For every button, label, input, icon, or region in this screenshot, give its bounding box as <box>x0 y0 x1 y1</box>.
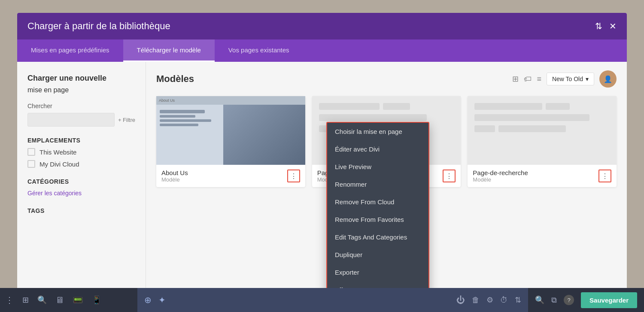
card1-line4 <box>160 124 198 126</box>
card1-top-bar: About Us <box>156 96 305 105</box>
tag-icon[interactable]: 🏷 <box>524 75 532 84</box>
template-menu-btn-0[interactable]: ⋮ <box>287 170 300 182</box>
toolbar-sort-icon[interactable]: ⇅ <box>515 295 521 305</box>
template-name-2: Page-de-recherche <box>473 169 528 176</box>
ctx-export[interactable]: Exporter <box>327 264 428 281</box>
tab-predefined[interactable]: Mises en pages prédéfinies <box>17 39 123 62</box>
toolbar-layers-icon[interactable]: ⧉ <box>551 296 557 305</box>
modal-title: Charger à partir de la bibliothèque <box>27 21 170 32</box>
template-info-0: About Us Modèle ⋮ <box>156 165 305 187</box>
template-info-2: Page-de-recherche Modèle ⋮ <box>468 165 617 187</box>
skel-row-1a <box>319 103 454 110</box>
toolbar-trash-icon[interactable]: 🗑 <box>472 296 480 305</box>
template-menu-btn-1[interactable]: ⋮ <box>443 170 456 182</box>
template-preview-2 <box>468 96 617 165</box>
ctx-edit-divi[interactable]: Éditer avec Divi <box>327 140 428 158</box>
emplacements-header: Emplacements <box>27 137 135 144</box>
grid-view-icon[interactable]: ⊞ <box>512 74 519 84</box>
toolbar-history-icon[interactable]: ⏱ <box>500 296 508 305</box>
template-menu-btn-2[interactable]: ⋮ <box>598 170 611 182</box>
ctx-remove-cloud[interactable]: Remove From Cloud <box>327 193 428 211</box>
template-preview-0: About Us <box>156 96 305 165</box>
context-menu: Choisir la mise en page Éditer avec Divi… <box>326 122 429 300</box>
tags-header: Tags <box>27 207 135 214</box>
toolbar-dots-icon[interactable]: ⋮ <box>5 295 14 305</box>
location-this-website[interactable]: This Website <box>27 148 135 156</box>
toolbar-search-icon[interactable]: 🔍 <box>37 295 47 305</box>
sidebar-subtitle: mise en page <box>27 86 135 94</box>
settings-icon[interactable]: ⇅ <box>595 21 602 31</box>
toolbar-tablet-icon[interactable]: 📟 <box>73 295 83 305</box>
skel-row-2a <box>474 103 610 110</box>
close-icon[interactable]: ✕ <box>609 21 617 31</box>
skel-2 <box>383 103 410 110</box>
ctx-choose-layout[interactable]: Choisir la mise en page <box>327 123 428 140</box>
toolbar-power-icon[interactable]: ⏻ <box>456 295 465 305</box>
card1-line3 <box>160 119 211 122</box>
template-name-0: About Us <box>161 169 188 176</box>
template-card-0[interactable]: About Us About Us Modèle <box>156 96 305 187</box>
card1-line1 <box>160 110 205 113</box>
search-row: + Filtre <box>27 113 135 127</box>
skel-7 <box>546 103 570 110</box>
content-title: Modèles <box>156 73 194 85</box>
main-content: Modèles ⊞ 🏷 ≡ New To Old ▾ 👤 <box>146 62 627 312</box>
toolbar-gear-icon[interactable]: ⚙ <box>486 295 493 305</box>
manage-categories-link[interactable]: Gérer les catégories <box>27 190 82 197</box>
skel-9 <box>474 125 495 132</box>
tab-upload[interactable]: Télécharger le modèle <box>123 39 215 62</box>
list-view-icon[interactable]: ≡ <box>537 75 541 84</box>
card1-line2 <box>160 115 195 118</box>
location-divi-cloud[interactable]: My Divi Cloud <box>27 160 135 168</box>
modal-header-icons: ⇅ ✕ <box>595 21 617 31</box>
template-details-0: About Us Modèle <box>161 169 188 183</box>
about-us-label: About Us <box>159 98 175 103</box>
ctx-remove-favorites[interactable]: Remove From Favorites <box>327 211 428 228</box>
filter-button[interactable]: + Filtre <box>118 117 135 123</box>
toolbar-drag-icon[interactable]: ⊕ <box>144 295 152 305</box>
toolbar-grid-icon[interactable]: ⊞ <box>22 295 29 305</box>
location-label-this-website: This Website <box>39 148 76 156</box>
template-details-2: Page-de-recherche Modèle <box>473 169 528 183</box>
toolbar-search2-icon[interactable]: 🔍 <box>535 295 544 305</box>
content-controls: ⊞ 🏷 ≡ New To Old ▾ 👤 <box>512 70 617 88</box>
sort-arrow: ▾ <box>586 76 589 82</box>
toolbar-right: 🔍 ⧉ ? Sauvegarder <box>528 288 644 312</box>
content-header: Modèles ⊞ 🏷 ≡ New To Old ▾ 👤 <box>156 70 617 88</box>
template-type-2: Modèle <box>473 176 528 183</box>
library-modal: Charger à partir de la bibliothèque ⇅ ✕ … <box>17 13 627 312</box>
toolbar-help-icon[interactable]: ? <box>564 295 574 305</box>
skel-6 <box>474 103 542 110</box>
save-button[interactable]: Sauvegarder <box>581 292 637 308</box>
skel-row-2b <box>474 125 610 132</box>
modal-header: Charger à partir de la bibliothèque ⇅ ✕ <box>17 13 627 39</box>
toolbar-mobile-icon[interactable]: 📱 <box>92 295 101 305</box>
sidebar: Charger une nouvelle mise en page Cherch… <box>17 62 146 312</box>
sidebar-title: Charger une nouvelle <box>27 74 135 83</box>
template-type-0: Modèle <box>161 176 188 183</box>
checkbox-divi-cloud[interactable] <box>27 160 35 168</box>
ctx-edit-tags[interactable]: Edit Tags And Categories <box>327 228 428 246</box>
modal-body: Charger une nouvelle mise en page Cherch… <box>17 62 627 312</box>
checkbox-this-website[interactable] <box>27 148 35 156</box>
card1-image-area <box>223 105 305 165</box>
card1-text-area <box>156 106 228 130</box>
template-card-2[interactable]: Page-de-recherche Modèle ⋮ <box>468 96 617 187</box>
toolbar-magic-icon[interactable]: ✦ <box>158 295 166 305</box>
ctx-duplicate[interactable]: Dupliquer <box>327 246 428 264</box>
search-input[interactable] <box>27 113 115 127</box>
search-label: Chercher <box>27 103 135 109</box>
location-label-divi-cloud: My Divi Cloud <box>39 161 79 168</box>
ctx-live-preview[interactable]: Live Preview <box>327 158 428 176</box>
categories-header: Catégories <box>27 178 135 185</box>
bottom-toolbar: ⋮ ⊞ 🔍 🖥 📟 📱 ⊕ ✦ ⏻ 🗑 ⚙ ⏱ ⇅ 🔍 ⧉ ? Sauvegar… <box>0 288 644 312</box>
sort-dropdown[interactable]: New To Old ▾ <box>547 73 594 85</box>
user-avatar[interactable]: 👤 <box>599 70 617 88</box>
modal-tabs: Mises en pages prédéfinies Télécharger l… <box>17 39 627 62</box>
tab-existing[interactable]: Vos pages existantes <box>215 39 303 62</box>
toolbar-display-icon[interactable]: 🖥 <box>55 295 64 305</box>
skel-3 <box>319 114 427 121</box>
skel-1 <box>319 103 380 110</box>
ctx-rename[interactable]: Renommer <box>327 176 428 193</box>
sort-label: New To Old <box>552 76 583 82</box>
